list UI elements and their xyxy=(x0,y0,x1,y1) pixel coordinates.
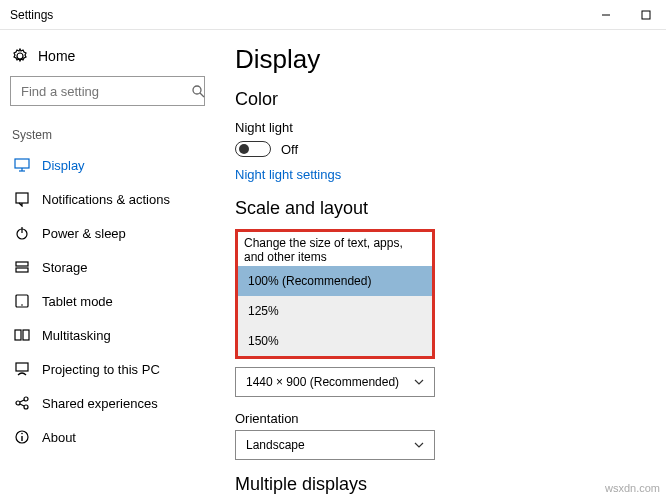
chevron-down-icon xyxy=(414,440,424,450)
sidebar-item-label: Display xyxy=(42,158,85,173)
watermark: wsxdn.com xyxy=(605,482,660,494)
page-title: Display xyxy=(235,44,646,75)
sidebar-item-label: About xyxy=(42,430,76,445)
svg-point-13 xyxy=(21,304,23,306)
svg-rect-11 xyxy=(16,268,28,272)
storage-icon xyxy=(14,259,30,275)
scale-dropdown-open: Change the size of text, apps, and other… xyxy=(235,229,435,359)
svg-point-17 xyxy=(16,401,20,405)
resolution-value: 1440 × 900 (Recommended) xyxy=(246,375,399,389)
svg-rect-7 xyxy=(16,193,28,203)
sidebar-item-label: Tablet mode xyxy=(42,294,113,309)
color-heading: Color xyxy=(235,89,646,110)
svg-point-2 xyxy=(193,86,201,94)
sidebar-item-storage[interactable]: Storage xyxy=(10,250,205,284)
svg-line-3 xyxy=(200,93,204,97)
scale-option-150[interactable]: 150% xyxy=(238,326,432,356)
power-icon xyxy=(14,225,30,241)
night-light-settings-link[interactable]: Night light settings xyxy=(235,167,646,182)
night-light-label: Night light xyxy=(235,120,646,135)
orientation-label: Orientation xyxy=(235,411,646,426)
window-title: Settings xyxy=(10,8,53,22)
sidebar-item-label: Multitasking xyxy=(42,328,111,343)
sidebar-item-shared[interactable]: Shared experiences xyxy=(10,386,205,420)
projecting-icon xyxy=(14,361,30,377)
orientation-value: Landscape xyxy=(246,438,305,452)
chevron-down-icon xyxy=(414,377,424,387)
search-input[interactable] xyxy=(19,83,191,100)
sidebar-item-label: Storage xyxy=(42,260,88,275)
sidebar-item-label: Shared experiences xyxy=(42,396,158,411)
orientation-select[interactable]: Landscape xyxy=(235,430,435,460)
tablet-icon xyxy=(14,293,30,309)
home-nav[interactable]: Home xyxy=(10,40,205,76)
titlebar: Settings xyxy=(0,0,666,30)
section-label: System xyxy=(12,128,205,142)
shared-icon xyxy=(14,395,30,411)
search-box[interactable] xyxy=(10,76,205,106)
resolution-select[interactable]: 1440 × 900 (Recommended) xyxy=(235,367,435,397)
multitasking-icon xyxy=(14,327,30,343)
notifications-icon xyxy=(14,191,30,207)
svg-point-18 xyxy=(24,397,28,401)
home-label: Home xyxy=(38,48,75,64)
scale-heading: Scale and layout xyxy=(235,198,646,219)
window-controls xyxy=(586,0,666,30)
svg-rect-10 xyxy=(16,262,28,266)
scale-options-list: 100% (Recommended) 125% 150% xyxy=(238,266,432,356)
minimize-button[interactable] xyxy=(586,0,626,30)
sidebar-item-notifications[interactable]: Notifications & actions xyxy=(10,182,205,216)
display-icon xyxy=(14,157,30,173)
sidebar: Home System Display Notifications & acti… xyxy=(0,30,215,500)
svg-point-19 xyxy=(24,405,28,409)
svg-rect-14 xyxy=(15,330,21,340)
scale-option-100[interactable]: 100% (Recommended) xyxy=(238,266,432,296)
sidebar-item-label: Notifications & actions xyxy=(42,192,170,207)
sidebar-item-display[interactable]: Display xyxy=(10,148,205,182)
sidebar-item-about[interactable]: About xyxy=(10,420,205,454)
sidebar-item-label: Projecting to this PC xyxy=(42,362,160,377)
main-panel: Display Color Night light Off Night ligh… xyxy=(215,30,666,500)
scale-label: Change the size of text, apps, and other… xyxy=(238,232,432,266)
about-icon xyxy=(14,429,30,445)
multiple-displays-heading: Multiple displays xyxy=(235,474,646,495)
svg-rect-16 xyxy=(16,363,28,371)
toggle-state: Off xyxy=(281,142,298,157)
night-light-toggle[interactable] xyxy=(235,141,271,157)
svg-rect-1 xyxy=(642,11,650,19)
search-icon xyxy=(191,84,205,98)
svg-rect-4 xyxy=(15,159,29,168)
sidebar-item-projecting[interactable]: Projecting to this PC xyxy=(10,352,205,386)
svg-line-21 xyxy=(20,404,24,406)
sidebar-item-multitasking[interactable]: Multitasking xyxy=(10,318,205,352)
svg-point-24 xyxy=(21,433,23,435)
sidebar-item-label: Power & sleep xyxy=(42,226,126,241)
scale-option-125[interactable]: 125% xyxy=(238,296,432,326)
sidebar-item-power[interactable]: Power & sleep xyxy=(10,216,205,250)
maximize-button[interactable] xyxy=(626,0,666,30)
svg-rect-15 xyxy=(23,330,29,340)
gear-icon xyxy=(12,48,28,64)
svg-line-20 xyxy=(20,400,24,402)
sidebar-item-tablet[interactable]: Tablet mode xyxy=(10,284,205,318)
